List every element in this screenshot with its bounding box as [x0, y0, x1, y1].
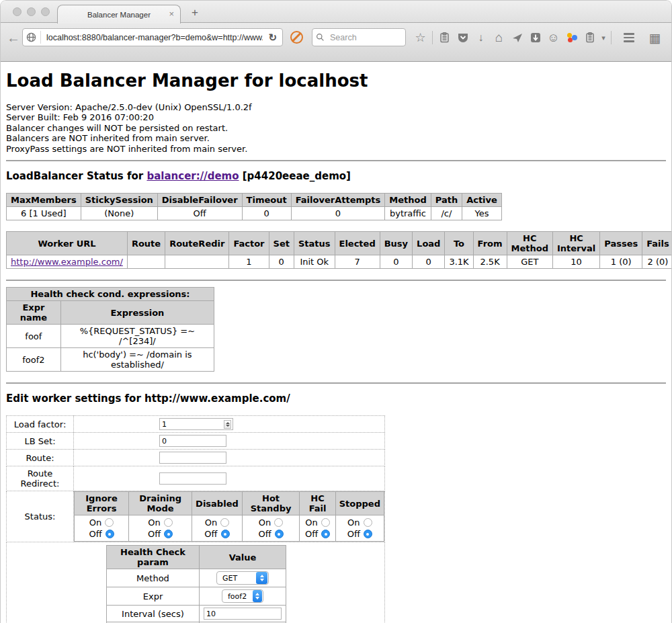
chevron-down-icon[interactable]: ▾ [599, 28, 608, 47]
divider [6, 382, 666, 384]
radio-disabled-on[interactable] [220, 518, 229, 527]
table-header-row: MaxMembers StickySession DisableFailover… [7, 194, 502, 207]
hc-interval-label: Interval (secs) [107, 606, 200, 622]
status-table: Ignore Errors Draining Mode Disabled Hot… [74, 491, 384, 542]
worker-url-link[interactable]: http://www.example.com/ [11, 257, 123, 267]
radio-hc-fail-on[interactable] [321, 518, 330, 527]
status-row: Status: Ignore Errors Draining Mode Disa… [7, 491, 385, 542]
server-version-line: Server Version: Apache/2.5.0-dev (Unix) … [6, 102, 666, 112]
table-row: http://www.example.com/ 1 0 Init Ok 7 0 … [7, 255, 672, 269]
lb-set-label: LB Set: [7, 433, 74, 450]
new-tab-button[interactable]: + [192, 6, 198, 19]
hc-method-select[interactable]: GET [216, 571, 269, 585]
load-factor-row: Load factor: [7, 416, 385, 433]
feedback-smiley-icon[interactable]: ☺ [544, 28, 562, 47]
window-close-button[interactable] [13, 7, 22, 16]
load-factor-input[interactable] [159, 418, 233, 430]
divider [6, 280, 666, 281]
save-page-icon[interactable] [526, 28, 544, 47]
health-check-table: Health Check param Value Method GET [106, 545, 286, 623]
server-info: Server Version: Apache/2.5.0-dev (Unix) … [6, 102, 666, 154]
radio-disabled-off[interactable] [221, 530, 230, 538]
window-minimize-button[interactable] [27, 7, 36, 16]
send-tab-icon[interactable] [508, 28, 526, 47]
session-clipboard-icon[interactable] [581, 28, 599, 47]
edit-worker-form: Load factor: LB Set: Route: Route Redire… [6, 415, 385, 623]
pocket-icon[interactable] [454, 28, 472, 47]
route-row: Route: [7, 450, 385, 466]
inherit-note-line: Balancers are NOT inherited from main se… [6, 133, 666, 143]
hc-expr-select[interactable]: foof2 [222, 589, 263, 603]
tab-close-icon[interactable]: × [169, 9, 174, 19]
browser-tab[interactable]: Balancer Manager × [57, 5, 181, 24]
nav-toolbar: ← localhost:8880/balancer-manager?b=demo… [1, 23, 671, 62]
globe-icon [23, 28, 39, 46]
lb-status-heading: LoadBalancer Status for balancer://demo … [6, 170, 666, 182]
select-stepper-icon [256, 572, 267, 584]
back-button[interactable]: ← [5, 28, 22, 47]
hc-method-label: Method [107, 569, 200, 587]
bookmark-star-icon[interactable]: ☆ [411, 28, 429, 47]
search-placeholder: Search [327, 33, 357, 42]
select-stepper-icon [253, 590, 262, 602]
balancer-link[interactable]: balancer://demo [146, 170, 239, 182]
radio-stopped-off[interactable] [364, 530, 372, 538]
toolbar-divider [432, 31, 433, 44]
table-header-row: Expr name Expression [7, 301, 214, 325]
hc-expr-label: Expr [107, 587, 200, 606]
worker-status-table: Worker URL Route RouteRedir Factor Set S… [6, 231, 672, 269]
server-built-line: Server Built: Feb 9 2016 07:00:20 [6, 112, 666, 122]
url-bar[interactable]: localhost:8880/balancer-manager?b=demo&w… [22, 28, 283, 46]
extension-dots-icon[interactable] [562, 28, 581, 47]
proxypass-note-line: ProxyPass settings are NOT inherited fro… [6, 144, 666, 154]
divider [6, 160, 666, 161]
reading-list-icon[interactable] [435, 28, 454, 47]
menu-hamburger-icon[interactable] [620, 28, 638, 47]
reload-icon[interactable]: ↻ [263, 32, 282, 44]
lb-set-row: LB Set: [7, 433, 385, 450]
window-controls [13, 7, 50, 16]
tiles-grid-icon[interactable]: ▦ [646, 28, 664, 47]
tab-title: Balancer Manager [87, 11, 151, 19]
radio-ignore-errors-on[interactable] [105, 518, 114, 527]
table-row: 6 [1 Used] (None) Off 0 0 bytraffic /c/ … [7, 207, 502, 220]
route-input[interactable] [159, 452, 226, 464]
route-label: Route: [7, 450, 74, 466]
radio-stopped-on[interactable] [364, 518, 372, 527]
url-text[interactable]: localhost:8880/balancer-manager?b=demo&w… [42, 33, 263, 42]
health-check-row: Health Check param Value Method GET [7, 542, 385, 623]
edit-worker-heading: Edit worker settings for http://www.exam… [6, 392, 666, 405]
balancer-status-table: MaxMembers StickySession DisableFailover… [6, 193, 502, 220]
downloads-icon[interactable]: ↓ [472, 28, 490, 47]
search-bar[interactable]: Search [312, 28, 406, 46]
titlebar: Balancer Manager × + [1, 1, 671, 23]
radio-ignore-errors-off[interactable] [106, 530, 114, 538]
number-stepper-icon[interactable] [224, 420, 231, 429]
lb-set-input[interactable] [159, 435, 226, 447]
browser-window: Balancer Manager × + ← localhost:8880/ba… [0, 0, 672, 623]
radio-hc-fail-off[interactable] [321, 530, 330, 538]
table-header-row: Worker URL Route RouteRedir Factor Set S… [7, 232, 672, 255]
radio-draining-mode-on[interactable] [164, 518, 173, 527]
page-content: Load Balancer Manager for localhost Serv… [1, 62, 671, 623]
radio-draining-mode-off[interactable] [164, 530, 173, 538]
radio-hot-standby-on[interactable] [274, 518, 283, 527]
radio-hot-standby-off[interactable] [275, 530, 284, 538]
table-row: foof %{REQUEST_STATUS} =~ /^[234]/ [7, 325, 214, 348]
page-title: Load Balancer Manager for localhost [6, 62, 666, 91]
health-expressions-table: Health check cond. expressions: Expr nam… [6, 287, 214, 372]
table-row: foof2 hc('body') =~ /domain is establish… [7, 348, 214, 372]
search-icon [312, 28, 327, 47]
route-redirect-input[interactable] [159, 472, 226, 485]
home-icon[interactable]: ⌂ [490, 28, 508, 47]
route-redirect-label: Route Redirect: [7, 466, 74, 491]
toolbar-divider-2 [611, 31, 612, 44]
route-redirect-row: Route Redirect: [7, 466, 385, 491]
content-blocked-icon[interactable] [290, 31, 303, 44]
urlbar-divider [40, 31, 41, 44]
load-factor-label: Load factor: [7, 416, 74, 433]
status-label: Status: [7, 491, 74, 542]
hc-interval-input[interactable] [204, 608, 282, 620]
window-zoom-button[interactable] [41, 7, 50, 16]
persist-note-line: Balancer changes will NOT be persisted o… [6, 123, 666, 133]
